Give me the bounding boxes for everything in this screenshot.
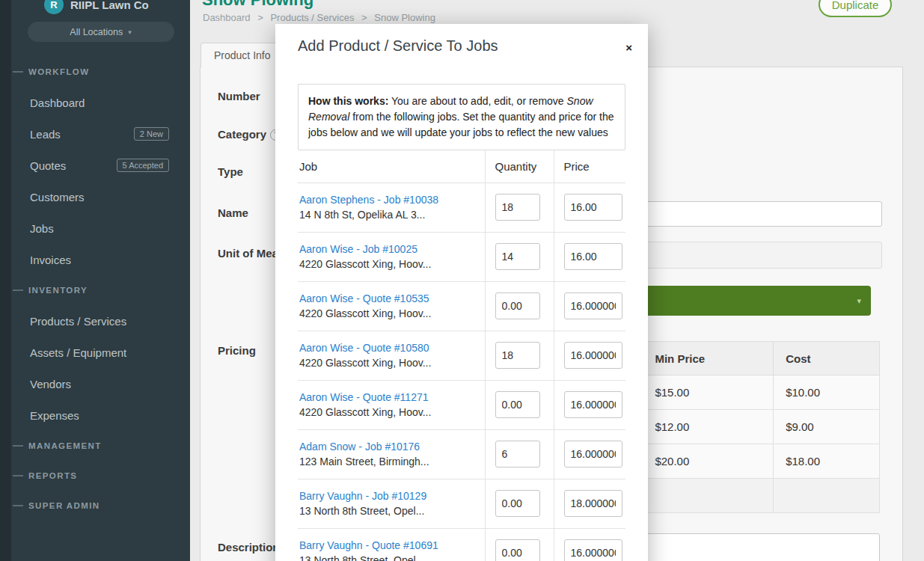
- chevron-down-icon: ▾: [128, 28, 132, 36]
- tab-label: Product Info: [214, 49, 271, 61]
- note-text: from the following jobs. Set the quantit…: [308, 111, 614, 138]
- min-price-value: $12.00: [643, 410, 774, 444]
- job-row: Aaron Stephens - Job #10038 14 N 8th St,…: [298, 183, 625, 232]
- section-title: MANAGEMENT: [28, 441, 102, 450]
- name-label: Name: [218, 206, 248, 219]
- leads-badge: 2 New: [134, 127, 169, 141]
- collapse-dash-icon: [13, 475, 23, 476]
- pricing-label: Pricing: [218, 344, 256, 357]
- category-label: Category?: [218, 128, 281, 141]
- job-address: 4220 Glasscott Xing, Hoov...: [299, 258, 480, 270]
- sidebar-item-dashboard[interactable]: Dashboard: [11, 87, 190, 118]
- breadcrumb-products-services[interactable]: Products / Services: [270, 12, 354, 23]
- modal-title: Add Product / Service To Jobs: [298, 36, 625, 55]
- job-link[interactable]: Aaron Stephens - Job #10038: [299, 194, 480, 206]
- location-selector[interactable]: All Locations ▾: [28, 22, 174, 42]
- sidebar-item-label: Leads: [30, 128, 61, 141]
- price-input[interactable]: [564, 441, 622, 468]
- category-label-text: Category: [218, 128, 266, 141]
- sidebar-edge-strip: [0, 0, 11, 561]
- cost-value: $18.00: [774, 444, 880, 479]
- modal-header: Add Product / Service To Jobs ×: [275, 24, 648, 55]
- sidebar-item-label: Customers: [30, 191, 85, 203]
- quantity-input[interactable]: [495, 539, 540, 561]
- quantity-input[interactable]: [495, 490, 540, 517]
- breadcrumb: Dashboard > Products / Services > Snow P…: [203, 12, 440, 23]
- price-input[interactable]: [564, 194, 622, 221]
- job-row: Barry Vaughn - Job #10129 13 North 8th S…: [298, 479, 625, 528]
- add-product-to-jobs-modal: Add Product / Service To Jobs × How this…: [275, 24, 648, 561]
- job-link[interactable]: Aaron Wise - Job #10025: [299, 243, 480, 255]
- job-row: Aaron Wise - Quote #10535 4220 Glasscott…: [298, 281, 625, 331]
- job-link[interactable]: Adam Snow - Job #10176: [299, 441, 480, 453]
- job-address: 4220 Glasscott Xing, Hoov...: [299, 307, 480, 319]
- quantity-input[interactable]: [495, 243, 540, 270]
- quotes-badge: 5 Accepted: [117, 159, 169, 172]
- job-row: Adam Snow - Job #10176 123 Main Street, …: [298, 429, 625, 479]
- section-header-super-admin[interactable]: SUPER ADMIN: [11, 491, 190, 521]
- sidebar-item-invoices[interactable]: Invoices: [11, 244, 190, 275]
- section-title: SUPER ADMIN: [28, 501, 100, 510]
- breadcrumb-separator: >: [361, 12, 367, 23]
- section-header-workflow: WORKFLOW: [11, 57, 190, 87]
- job-row: Aaron Wise - Job #10025 4220 Glasscott X…: [298, 232, 625, 281]
- quantity-input[interactable]: [495, 342, 540, 369]
- job-address: 123 Main Street, Birmingh...: [299, 456, 480, 468]
- description-label: Description: [218, 541, 280, 554]
- cost-value: $9.00: [774, 410, 880, 444]
- quantity-input[interactable]: [495, 292, 540, 319]
- sidebar-item-label: Products / Services: [30, 315, 126, 328]
- number-label: Number: [218, 90, 260, 102]
- sidebar-item-label: Dashboard: [30, 96, 85, 109]
- duplicate-button[interactable]: Duplicate: [819, 0, 892, 17]
- price-input[interactable]: [564, 539, 622, 561]
- price-input[interactable]: [564, 391, 622, 418]
- section-header-reports[interactable]: REPORTS: [11, 461, 190, 491]
- breadcrumb-current: Snow Plowing: [374, 12, 435, 23]
- job-address: 13 North 8th Street, Opel...: [299, 554, 480, 561]
- sidebar-item-leads[interactable]: Leads 2 New: [11, 118, 190, 150]
- brand: R RIIPL Lawn Co: [11, 0, 190, 15]
- modal-body: How this works: You are about to add, ed…: [275, 55, 648, 561]
- sidebar: R RIIPL Lawn Co All Locations ▾ WORKFLOW…: [0, 0, 190, 561]
- quantity-input[interactable]: [495, 441, 540, 468]
- sidebar-item-assets-equipment[interactable]: Assets / Equipment: [11, 337, 190, 368]
- sidebar-item-jobs[interactable]: Jobs: [11, 212, 190, 244]
- section-header-management[interactable]: MANAGEMENT: [11, 431, 190, 461]
- note-bold: How this works:: [308, 95, 388, 107]
- section-title: REPORTS: [28, 471, 77, 480]
- close-icon[interactable]: ×: [625, 42, 632, 53]
- job-link[interactable]: Barry Vaughn - Job #10129: [299, 490, 480, 502]
- job-link[interactable]: Aaron Wise - Quote #11271: [299, 391, 480, 403]
- jobs-header-row: Job Quantity Price: [298, 150, 625, 183]
- breadcrumb-separator: >: [257, 12, 263, 23]
- pricing-header-cost: Cost: [774, 342, 880, 375]
- price-input[interactable]: [564, 243, 622, 270]
- breadcrumb-dashboard[interactable]: Dashboard: [203, 12, 251, 23]
- quantity-input[interactable]: [495, 194, 540, 221]
- price-input[interactable]: [564, 342, 622, 369]
- collapse-dash-icon: [13, 289, 23, 291]
- quantity-input[interactable]: [495, 391, 540, 418]
- price-input[interactable]: [564, 292, 622, 319]
- job-address: 14 N 8th St, Opelika AL 3...: [299, 209, 480, 221]
- sidebar-item-customers[interactable]: Customers: [11, 181, 190, 212]
- tab-product-info[interactable]: Product Info: [201, 43, 284, 67]
- price-input[interactable]: [564, 490, 622, 517]
- jobs-header-quantity: Quantity: [485, 150, 554, 183]
- job-address: 4220 Glasscott Xing, Hoov...: [299, 406, 480, 418]
- job-link[interactable]: Barry Vaughn - Quote #10691: [299, 539, 480, 551]
- job-row: Aaron Wise - Quote #11271 4220 Glasscott…: [298, 380, 625, 429]
- sidebar-nav: WORKFLOW Dashboard Leads 2 New Quotes 5 …: [11, 57, 190, 521]
- job-link[interactable]: Aaron Wise - Quote #10535: [299, 292, 480, 304]
- jobs-header-job: Job: [298, 150, 485, 183]
- job-link[interactable]: Aaron Wise - Quote #10580: [299, 342, 480, 354]
- section-title: WORKFLOW: [28, 67, 89, 76]
- sidebar-item-expenses[interactable]: Expenses: [11, 399, 190, 431]
- sidebar-item-vendors[interactable]: Vendors: [11, 368, 190, 399]
- location-selector-label: All Locations: [70, 27, 123, 37]
- sidebar-item-quotes[interactable]: Quotes 5 Accepted: [11, 150, 190, 181]
- sidebar-item-products-services[interactable]: Products / Services: [11, 305, 190, 337]
- sidebar-item-label: Quotes: [30, 159, 66, 172]
- min-price-value: $15.00: [643, 375, 774, 410]
